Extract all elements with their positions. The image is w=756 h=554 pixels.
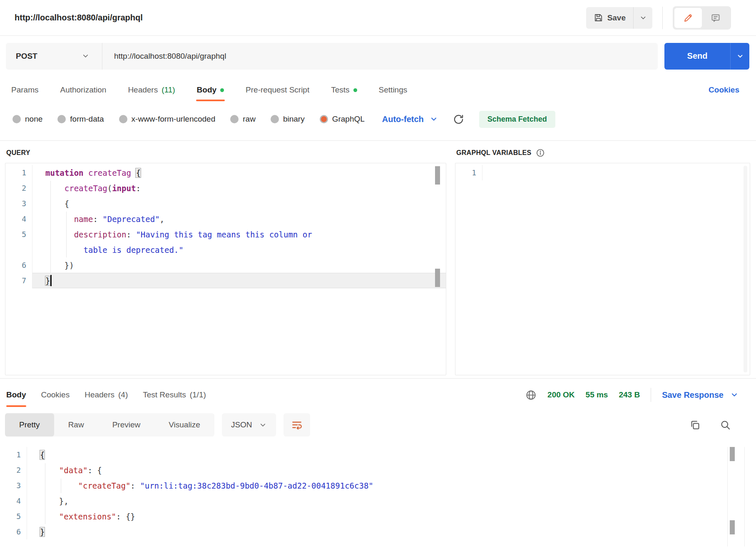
body-mode-label: raw [243, 115, 256, 124]
code-line[interactable]: 2 createTag(input: [5, 180, 446, 196]
scrollbar-mark[interactable] [730, 520, 735, 534]
code-line[interactable]: 5 "extensions": {} [0, 509, 756, 524]
code-line[interactable]: 6} [0, 524, 756, 539]
tab-label: Params [11, 85, 38, 95]
code-content: "data": { [27, 462, 756, 478]
wrap-text-icon [291, 419, 302, 430]
scrollbar-mark[interactable] [435, 166, 440, 185]
request-tab-body[interactable]: Body [197, 76, 224, 104]
wrap-text-button[interactable] [284, 413, 310, 437]
body-mode-label: binary [283, 115, 305, 124]
save-button[interactable]: Save [586, 7, 633, 29]
save-response-button[interactable]: Save Response [662, 390, 739, 400]
refresh-schema-button[interactable] [453, 114, 464, 125]
code-line[interactable]: 7} [5, 273, 446, 288]
schema-fetched-badge: Schema Fetched [479, 111, 555, 128]
body-mode-x-www-form-urlencoded[interactable]: x-www-form-urlencoded [119, 115, 216, 124]
url-input[interactable]: http://localhost:8080/api/graphql [102, 52, 658, 61]
line-number: 2 [0, 466, 27, 474]
variables-editor[interactable]: 1 [455, 163, 750, 375]
request-tab-settings[interactable]: Settings [379, 76, 408, 104]
view-tab-preview[interactable]: Preview [98, 413, 155, 437]
save-dropdown-button[interactable] [633, 7, 652, 29]
cookies-link[interactable]: Cookies [709, 85, 739, 95]
code-token: "data" [59, 466, 88, 475]
request-tab-tests[interactable]: Tests [331, 76, 357, 104]
body-mode-binary[interactable]: binary [271, 115, 305, 124]
code-token: : [93, 215, 102, 224]
body-mode-form-data[interactable]: form-data [57, 115, 104, 124]
code-line[interactable]: 2 "data": { [0, 462, 756, 478]
body-mode-row: noneform-datax-www-form-urlencodedrawbin… [0, 104, 756, 135]
code-content: }, [27, 493, 756, 509]
scrollbar-mark[interactable] [435, 269, 440, 287]
scrollbar-mark[interactable] [730, 447, 735, 461]
code-line[interactable]: table is deprecated." [5, 242, 446, 257]
response-body-editor[interactable]: 1{2 "data": {3 "createTag": "urn:li:tag:… [0, 447, 756, 547]
response-tab-cookies[interactable]: Cookies [41, 379, 70, 411]
topbar-actions: Save [586, 6, 731, 30]
code-token: } [40, 527, 45, 537]
code-line[interactable]: 4 }, [0, 493, 756, 509]
view-tab-visualize[interactable]: Visualize [154, 413, 214, 437]
code-line[interactable]: 5 description: "Having this tag means th… [5, 227, 446, 242]
tab-label: Test Results [143, 390, 186, 399]
code-token: : [126, 230, 136, 239]
view-tab-raw[interactable]: Raw [54, 413, 98, 437]
response-tabs: BodyCookiesHeaders(4)Test Results(1/1) [6, 379, 206, 411]
request-name-title: http://localhost:8080/api/graphql [15, 13, 143, 22]
line-number: 4 [5, 215, 32, 223]
code-line[interactable]: 4 name: "Deprecated", [5, 211, 446, 227]
graphql-editors-section: QUERY 1mutation createTag {2 createTag(i… [0, 140, 756, 375]
auto-fetch-dropdown[interactable]: Auto-fetch [382, 115, 438, 124]
refresh-icon [453, 114, 464, 125]
comment-button[interactable] [702, 8, 729, 28]
code-token: "extensions" [59, 512, 116, 521]
globe-icon [525, 389, 537, 401]
request-tab-authorization[interactable]: Authorization [60, 76, 106, 104]
code-token: { [136, 168, 140, 177]
line-number: 1 [0, 450, 27, 459]
code-line[interactable]: 3 { [5, 196, 446, 211]
text-cursor [50, 275, 52, 286]
line-number: 2 [5, 184, 32, 192]
save-response-label: Save Response [662, 390, 724, 400]
scrollbar-track[interactable] [744, 166, 747, 372]
indent-guide [50, 181, 51, 273]
response-tab-body[interactable]: Body [6, 379, 26, 411]
tab-count: (11) [162, 85, 175, 95]
line-number: 5 [0, 512, 27, 521]
code-line[interactable]: 1 [455, 165, 750, 180]
radio-icon [57, 115, 66, 123]
request-tab-pre-request-script[interactable]: Pre-request Script [246, 76, 309, 104]
chevron-down-icon [736, 52, 744, 60]
code-line[interactable]: 1{ [0, 447, 756, 462]
body-mode-none[interactable]: none [12, 115, 42, 124]
response-tab-headers[interactable]: Headers(4) [85, 379, 128, 411]
search-response-button[interactable] [720, 419, 731, 431]
format-select[interactable]: JSON [222, 413, 276, 437]
request-tab-headers[interactable]: Headers(11) [128, 76, 175, 104]
send-button-group: Send [664, 43, 749, 70]
tab-label: Headers [128, 85, 158, 95]
edit-mode-button[interactable] [674, 8, 702, 28]
tab-label: Tests [331, 85, 349, 95]
request-tab-params[interactable]: Params [11, 76, 38, 104]
topbar-divider [662, 7, 663, 29]
query-editor[interactable]: 1mutation createTag {2 createTag(input:3… [5, 163, 446, 375]
line-number: 3 [0, 481, 27, 490]
copy-response-button[interactable] [689, 419, 701, 431]
code-line[interactable]: 1mutation createTag { [5, 165, 446, 180]
save-button-group: Save [586, 7, 652, 29]
code-line[interactable]: 3 "createTag": "urn:li:tag:38c283bd-9bd0… [0, 478, 756, 493]
body-mode-raw[interactable]: raw [230, 115, 256, 124]
tab-label: Authorization [60, 85, 106, 95]
view-tab-pretty[interactable]: Pretty [5, 413, 54, 437]
send-button[interactable]: Send [664, 43, 730, 70]
body-mode-graphql[interactable]: GraphQL [320, 115, 365, 124]
code-token: description [74, 230, 127, 239]
response-tab-test-results[interactable]: Test Results(1/1) [143, 379, 206, 411]
send-dropdown-button[interactable] [730, 43, 749, 70]
method-select[interactable]: POST [6, 43, 102, 70]
code-line[interactable]: 6 }) [5, 257, 446, 273]
